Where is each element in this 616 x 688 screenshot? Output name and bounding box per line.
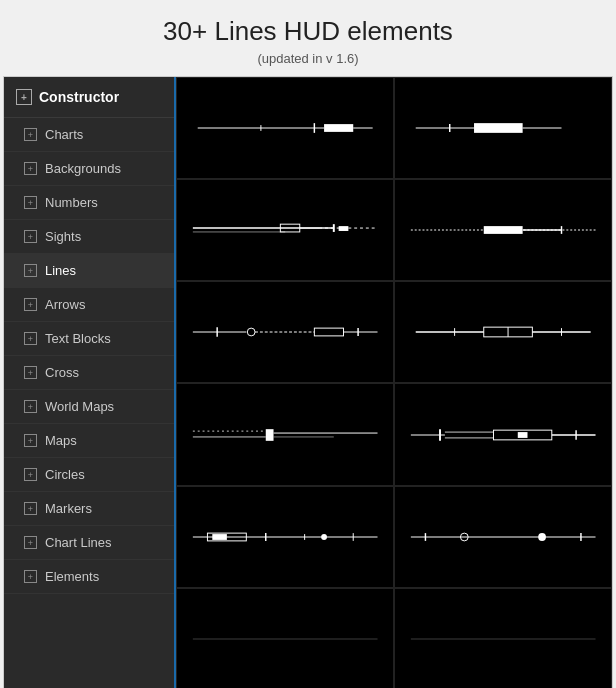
hud-line-10 (406, 487, 600, 587)
hud-line-5 (188, 282, 382, 382)
preview-grid (174, 77, 612, 688)
preview-cell-8[interactable] (394, 383, 612, 485)
hud-line-7 (188, 384, 382, 484)
sidebar-item-label: Circles (45, 467, 85, 482)
text-blocks-expand-icon (24, 332, 37, 345)
preview-cell-5[interactable] (176, 281, 394, 383)
sidebar-item-label: Markers (45, 501, 92, 516)
sidebar-item-label: Text Blocks (45, 331, 111, 346)
world-maps-expand-icon (24, 400, 37, 413)
cross-expand-icon (24, 366, 37, 379)
sights-expand-icon (24, 230, 37, 243)
svg-rect-15 (338, 226, 348, 231)
hud-line-4 (406, 180, 600, 280)
hud-line-9 (188, 487, 382, 587)
preview-cell-7[interactable] (176, 383, 394, 485)
hud-line-11 (188, 589, 382, 688)
sidebar-item-chart-lines[interactable]: Chart Lines (4, 526, 174, 560)
numbers-expand-icon (24, 196, 37, 209)
sidebar-item-label: Backgrounds (45, 161, 121, 176)
sidebar-item-text-blocks[interactable]: Text Blocks (4, 322, 174, 356)
sidebar-item-backgrounds[interactable]: Backgrounds (4, 152, 174, 186)
circles-expand-icon (24, 468, 37, 481)
sidebar-item-circles[interactable]: Circles (4, 458, 174, 492)
sidebar-item-charts[interactable]: Charts (4, 118, 174, 152)
sidebar-item-label: World Maps (45, 399, 114, 414)
sidebar-item-label: Maps (45, 433, 77, 448)
sidebar-item-label: Numbers (45, 195, 98, 210)
svg-rect-35 (266, 429, 274, 441)
sidebar-item-markers[interactable]: Markers (4, 492, 174, 526)
hud-line-8 (406, 384, 600, 484)
svg-rect-48 (212, 534, 227, 540)
sidebar-item-maps[interactable]: Maps (4, 424, 174, 458)
svg-rect-2 (324, 124, 353, 132)
hud-line-6 (406, 282, 600, 382)
page-subtitle: (updated in v 1.6) (0, 51, 616, 66)
arrows-expand-icon (24, 298, 37, 311)
sidebar-item-numbers[interactable]: Numbers (4, 186, 174, 220)
svg-rect-23 (314, 329, 343, 337)
sidebar-item-label: Arrows (45, 297, 85, 312)
sidebar-item-sights[interactable]: Sights (4, 220, 174, 254)
markers-expand-icon (24, 502, 37, 515)
preview-cell-2[interactable] (394, 77, 612, 179)
svg-point-55 (538, 533, 546, 541)
sidebar-item-label: Elements (45, 569, 99, 584)
preview-cell-4[interactable] (394, 179, 612, 281)
hud-line-1 (188, 78, 382, 178)
hud-line-3 (188, 180, 382, 280)
preview-cell-3[interactable] (176, 179, 394, 281)
sidebar-item-cross[interactable]: Cross (4, 356, 174, 390)
elements-expand-icon (24, 570, 37, 583)
svg-point-50 (321, 534, 327, 540)
backgrounds-expand-icon (24, 162, 37, 175)
lines-expand-icon (24, 264, 37, 277)
maps-expand-icon (24, 434, 37, 447)
preview-cell-9[interactable] (176, 486, 394, 588)
sidebar-item-arrows[interactable]: Arrows (4, 288, 174, 322)
preview-cell-10[interactable] (394, 486, 612, 588)
sidebar-header: Constructor (4, 77, 174, 118)
preview-cell-6[interactable] (394, 281, 612, 383)
svg-point-21 (247, 329, 255, 337)
svg-rect-6 (474, 123, 523, 133)
hud-line-2 (406, 78, 600, 178)
sidebar-item-label: Chart Lines (45, 535, 111, 550)
page-title: 30+ Lines HUD elements (0, 0, 616, 51)
svg-rect-17 (484, 226, 523, 234)
svg-rect-43 (518, 432, 528, 438)
hud-line-12 (406, 589, 600, 688)
sidebar-item-elements[interactable]: Elements (4, 560, 174, 594)
constructor-icon (16, 89, 32, 105)
charts-expand-icon (24, 128, 37, 141)
sidebar-item-world-maps[interactable]: World Maps (4, 390, 174, 424)
preview-cell-11[interactable] (176, 588, 394, 688)
sidebar-item-label: Sights (45, 229, 81, 244)
preview-cell-12[interactable] (394, 588, 612, 688)
sidebar: Constructor Charts Backgrounds Numbers S… (4, 77, 174, 688)
sidebar-item-label: Charts (45, 127, 83, 142)
sidebar-item-label: Lines (45, 263, 76, 278)
chart-lines-expand-icon (24, 536, 37, 549)
sidebar-item-lines[interactable]: Lines (4, 254, 174, 288)
preview-cell-1[interactable] (176, 77, 394, 179)
sidebar-header-label: Constructor (39, 89, 119, 105)
sidebar-item-label: Cross (45, 365, 79, 380)
main-container: Constructor Charts Backgrounds Numbers S… (3, 76, 613, 688)
